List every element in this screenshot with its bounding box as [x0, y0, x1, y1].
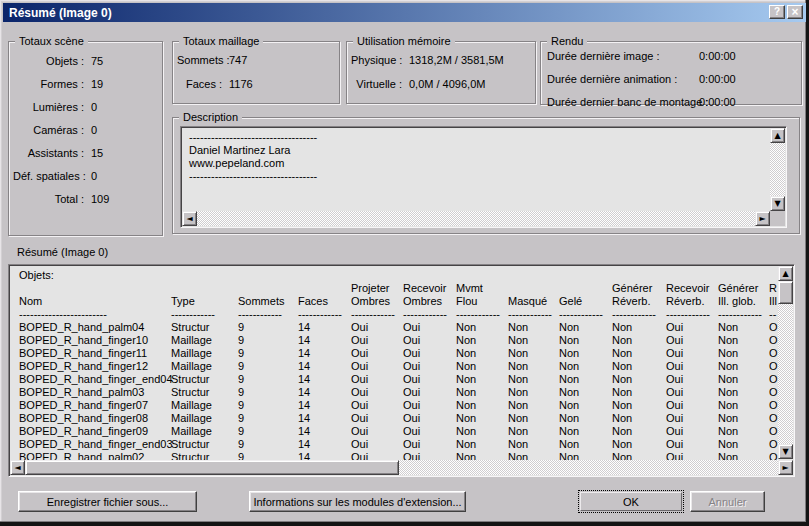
table-cell: Non — [559, 321, 612, 334]
table-cell: Non — [718, 399, 769, 412]
table-cell: Non — [456, 373, 508, 386]
table-cell: Non — [508, 360, 559, 373]
close-button[interactable]: × — [787, 5, 803, 19]
scroll-up-button[interactable]: ▲ — [778, 266, 793, 281]
objects-label: Objets: — [19, 269, 792, 282]
table-cell: Oui — [403, 412, 456, 425]
stat-value: 75 — [91, 55, 103, 78]
help-button[interactable]: ? — [769, 5, 785, 19]
table-cell: Ill. glob. — [718, 295, 769, 308]
table-cell: Réverb. — [666, 295, 718, 308]
table-cell: Oui — [403, 347, 456, 360]
scrollbar-thumb[interactable] — [778, 281, 793, 304]
description-vertical-scrollbar[interactable]: ▲ ▼ — [770, 128, 785, 211]
table-cell: Non — [508, 386, 559, 399]
table-cell: Non — [612, 386, 666, 399]
table-cell: ------------ — [612, 308, 666, 321]
stat-label: Durée dernière animation : — [547, 73, 699, 96]
memory-usage-group: Utilisation mémoire Physique :1318,2M / … — [346, 41, 536, 104]
table-row: BOPED_R_hand_finger07Maillage914OuiOuiNo… — [19, 399, 792, 412]
table-cell: Non — [456, 334, 508, 347]
description-horizontal-scrollbar[interactable]: ◄ ► — [182, 211, 770, 226]
scrollbar-corner — [770, 211, 785, 226]
table-horizontal-scrollbar[interactable]: ◄ ► — [10, 460, 793, 475]
table-row: BOPED_R_hand_finger12Maillage914OuiOuiNo… — [19, 360, 792, 373]
plugin-info-button[interactable]: Informations sur les modules d'extension… — [249, 491, 466, 512]
table-row: BOPED_R_hand_finger08Maillage914OuiOuiNo… — [19, 412, 792, 425]
description-text[interactable]: -----------------------------------Danie… — [183, 129, 769, 210]
table-row: BOPED_R_hand_finger10Maillage914OuiOuiNo… — [19, 334, 792, 347]
objects-table-rows: ProjeterRecevoirMvmtGénérerRecevoirGénér… — [19, 282, 792, 464]
description-field[interactable]: -----------------------------------Danie… — [180, 126, 787, 228]
stat-row: Assistants :15 — [13, 147, 160, 170]
table-cell: Ombres — [351, 295, 403, 308]
table-cell: ------------ — [298, 308, 351, 321]
stat-value: 0 — [91, 170, 97, 193]
stat-label: Assistants : — [13, 147, 91, 170]
table-cell: Oui — [666, 425, 718, 438]
group-title: Rendu — [547, 35, 587, 48]
scene-totals-group: Totaux scène Objets :75Formes :19Lumière… — [8, 41, 163, 236]
scroll-left-button[interactable]: ◄ — [182, 211, 197, 226]
scroll-right-button[interactable]: ► — [755, 211, 770, 226]
table-row: BOPED_R_hand_finger11Maillage914OuiOuiNo… — [19, 347, 792, 360]
help-icon: ? — [774, 7, 780, 17]
table-cell: ------------ — [559, 308, 612, 321]
table-cell: Oui — [351, 347, 403, 360]
scroll-right-button[interactable]: ► — [778, 460, 793, 475]
table-cell: Maillage — [171, 360, 238, 373]
table-cell: Structur — [171, 386, 238, 399]
table-cell: BOPED_R_hand_finger12 — [19, 360, 171, 373]
table-cell: 14 — [298, 412, 351, 425]
close-icon: × — [791, 6, 798, 18]
table-cell: Oui — [666, 334, 718, 347]
render-group: Rendu Durée dernière image :0:00:00Durée… — [540, 41, 802, 105]
group-title: Utilisation mémoire — [353, 35, 455, 48]
table-cell: Non — [559, 334, 612, 347]
table-cell: Non — [508, 347, 559, 360]
scroll-up-button[interactable]: ▲ — [770, 128, 785, 143]
table-cell: Non — [508, 399, 559, 412]
stat-value: 0 — [91, 101, 97, 124]
table-cell: Non — [559, 399, 612, 412]
table-cell: Masqué — [508, 295, 559, 308]
table-cell: Flou — [456, 295, 508, 308]
stat-row: Caméras :0 — [13, 124, 160, 147]
table-cell: Non — [612, 373, 666, 386]
titlebar[interactable]: Résumé (Image 0) ? × — [3, 3, 806, 22]
stat-value: 15 — [91, 147, 103, 170]
table-cell: Oui — [351, 412, 403, 425]
table-cell: Non — [508, 412, 559, 425]
table-cell: Recevoir — [666, 282, 718, 295]
table-cell: 14 — [298, 373, 351, 386]
save-file-button[interactable]: Enregistrer fichier sous... — [18, 491, 197, 512]
table-cell — [171, 282, 238, 295]
table-cell: Non — [559, 347, 612, 360]
table-cell: Non — [508, 425, 559, 438]
scroll-left-icon: ◄ — [14, 464, 20, 472]
table-cell: Oui — [351, 399, 403, 412]
table-cell: Non — [559, 386, 612, 399]
stat-value: 0:00:00 — [699, 50, 736, 73]
cancel-button[interactable]: Annuler — [690, 491, 765, 512]
table-cell — [298, 282, 351, 295]
scroll-down-button[interactable]: ▼ — [770, 196, 785, 211]
table-cell: Oui — [666, 386, 718, 399]
stat-label: Objets : — [13, 55, 91, 78]
description-group: Description ----------------------------… — [172, 117, 800, 234]
table-vertical-scrollbar[interactable]: ▲ ▼ — [778, 266, 793, 459]
ok-button[interactable]: OK — [578, 490, 684, 513]
scroll-left-button[interactable]: ◄ — [10, 460, 25, 475]
stat-label: Lumières : — [13, 101, 91, 124]
table-cell: BOPED_R_hand_finger_end03 — [19, 438, 171, 451]
scrollbar-thumb[interactable] — [25, 460, 399, 475]
table-cell: Gelé — [559, 295, 612, 308]
table-cell: Oui — [403, 399, 456, 412]
stat-row: Durée dernière image :0:00:00 — [547, 50, 799, 73]
table-cell: Oui — [666, 373, 718, 386]
memory-usage-rows: Physique :1318,2M / 3581,5MVirtuelle :0,… — [351, 54, 533, 102]
mesh-totals-rows: Sommets :747Faces :1176 — [177, 54, 337, 102]
table-cell: Générer — [718, 282, 769, 295]
scroll-down-button[interactable]: ▼ — [778, 444, 793, 459]
table-cell: Non — [718, 360, 769, 373]
